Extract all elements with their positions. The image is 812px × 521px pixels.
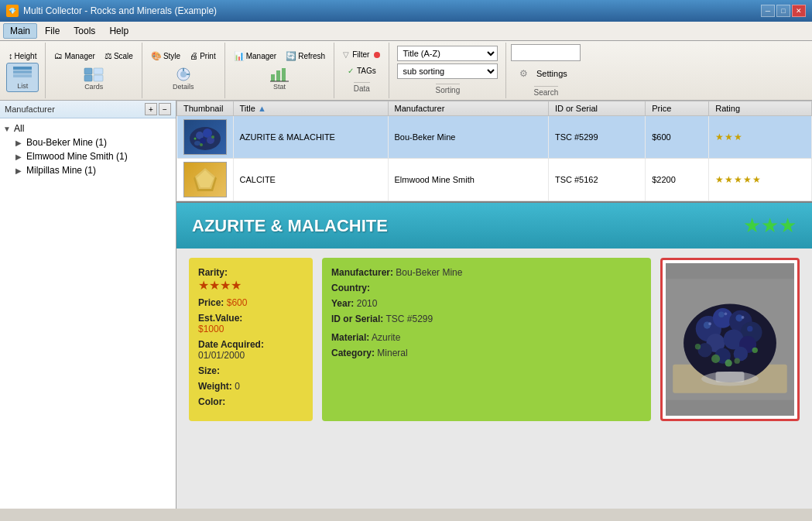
manufacturer-cell-0: Bou-Beker Mine — [388, 116, 548, 159]
svg-point-43 — [747, 326, 752, 331]
svg-point-48 — [752, 348, 758, 353]
table-row[interactable]: AZURITE & MALACHITE Bou-Beker Mine TSC #… — [177, 116, 812, 159]
cards-view-button[interactable]: Cards — [77, 63, 110, 93]
close-button[interactable]: ✕ — [792, 5, 806, 17]
detail-green-card: Manufacturer: Bou-Beker Mine Country: Ye… — [322, 258, 651, 421]
svg-point-18 — [200, 138, 206, 144]
country-field: Country: — [331, 283, 642, 293]
cards-icon — [83, 66, 104, 83]
year-field: Year: 2010 — [331, 298, 642, 309]
tree-toggle-1: ▶ — [15, 153, 26, 161]
rating-cell-0: ★★★ — [709, 116, 812, 159]
svg-point-41 — [718, 312, 724, 317]
filter-button[interactable]: ▽ Filter — [339, 48, 384, 61]
toolbar-details-group: 🎨 Style 🖨 Print Details — [142, 43, 225, 98]
menu-file[interactable]: File — [39, 24, 66, 38]
minimize-button[interactable]: ─ — [761, 5, 775, 17]
sorting-label: Sorting — [436, 84, 461, 94]
size-field: Size: — [198, 365, 303, 376]
main-content: Manufacturer + − ▼ All ▶ Bou-Beker Mine … — [0, 101, 812, 509]
svg-rect-53 — [716, 372, 745, 382]
svg-rect-11 — [271, 74, 275, 81]
svg-point-47 — [695, 344, 701, 349]
detail-rating-stars: ★★★ — [743, 214, 797, 238]
detail-yellow-card: Rarity: ★★★★ Price: $600 Est.Value: $100… — [189, 258, 313, 421]
settings-button[interactable]: Settings — [531, 66, 573, 81]
id-serial-detail-field: ID or Serial: TSC #5299 — [331, 314, 642, 324]
app-title: Multi Collector - Rocks and Minerals (Ex… — [23, 5, 217, 16]
svg-point-8 — [180, 71, 187, 77]
style-button[interactable]: 🎨 Style — [147, 49, 184, 63]
filter-icon: ▽ — [343, 50, 349, 59]
svg-point-20 — [194, 141, 200, 146]
maximize-button[interactable]: □ — [776, 5, 790, 17]
weight-field: Weight: 0 — [198, 381, 303, 392]
tags-check-icon: ✓ — [348, 67, 354, 75]
svg-point-23 — [194, 138, 196, 140]
height-button[interactable]: ↕ Height — [5, 49, 40, 63]
menu-help[interactable]: Help — [103, 24, 135, 38]
details-view-button[interactable]: Details — [167, 63, 200, 93]
toolbar-sorting-group: Title (A-Z) sub sorting Sorting — [389, 43, 506, 98]
tree-item-bou-beker[interactable]: ▶ Bou-Beker Mine (1) — [12, 135, 176, 149]
detail-image-card — [660, 258, 800, 421]
search-input[interactable] — [511, 44, 581, 61]
tree-item-all[interactable]: ▼ All — [0, 122, 176, 135]
tree-label-all: All — [14, 123, 173, 134]
toolbar-data-group: ▽ Filter ✓ TAGs Data — [334, 43, 389, 98]
secondary-sort-select[interactable]: sub sorting — [397, 63, 498, 79]
title-bar: 💎 Multi Collector - Rocks and Minerals (… — [0, 0, 812, 22]
refresh-button[interactable]: 🔄 Refresh — [282, 49, 329, 63]
toolbar-cards-group: 🗂 Manager ⚖ Scale Cards — [46, 43, 142, 98]
data-table: Thumbnail Title ▲ Manufacturer ID or Ser… — [176, 101, 812, 201]
scale-button[interactable]: ⚖ Scale — [101, 49, 137, 63]
svg-point-50 — [725, 312, 728, 315]
sidebar-tree: ▼ All ▶ Bou-Beker Mine (1) ▶ Elmwood Min… — [0, 118, 176, 509]
svg-rect-4 — [84, 75, 92, 81]
thumbnail-cell-0 — [177, 116, 234, 159]
id-serial-cell-1: TSC #5162 — [548, 159, 645, 201]
price-cell-0: $600 — [646, 116, 709, 159]
col-id-serial: ID or Serial — [548, 101, 645, 116]
col-rating: Rating — [709, 101, 812, 116]
table-area: Thumbnail Title ▲ Manufacturer ID or Ser… — [176, 101, 812, 203]
price-cell-1: $2200 — [646, 159, 709, 201]
print-button[interactable]: 🖨 Print — [186, 49, 220, 63]
stat-icon — [269, 66, 290, 83]
rating-cell-1: ★★★★★ — [709, 159, 812, 201]
table-row[interactable]: CALCITE Elmwood Mine Smith TSC #5162 $22… — [177, 159, 812, 201]
settings-gear-icon: ⚙ — [519, 68, 528, 79]
primary-sort-select[interactable]: Title (A-Z) — [397, 46, 498, 61]
detail-header: AZURITE & MALACHITE ★★★ — [176, 203, 812, 249]
category-field: Category: Mineral — [331, 348, 642, 358]
tags-button[interactable]: ✓ TAGs — [344, 64, 380, 77]
svg-rect-12 — [276, 70, 280, 81]
sidebar-add-button[interactable]: + — [145, 103, 157, 115]
tree-label-1: Elmwood Mine Smith (1) — [26, 151, 173, 162]
col-title: Title ▲ — [233, 101, 388, 116]
svg-rect-2 — [13, 74, 32, 77]
sidebar-remove-button[interactable]: − — [159, 103, 171, 115]
tree-item-elmwood[interactable]: ▶ Elmwood Mine Smith (1) — [12, 149, 176, 163]
app-icon: 💎 — [6, 5, 19, 17]
search-label: Search — [534, 86, 559, 97]
menu-main[interactable]: Main — [3, 23, 37, 39]
list-view-button[interactable]: List — [6, 63, 39, 92]
toolbar-list-group: ↕ Height List — [0, 43, 46, 98]
sidebar-title: Manufacturer — [5, 105, 55, 114]
manager-stat-button[interactable]: 📊 Manager — [230, 49, 280, 63]
scale-icon: ⚖ — [104, 51, 112, 61]
svg-point-22 — [211, 135, 214, 139]
menu-tools[interactable]: Tools — [67, 24, 101, 38]
tree-item-milpillas[interactable]: ▶ Milpillas Mine (1) — [12, 163, 176, 177]
manager-cards-icon: 🗂 — [54, 51, 63, 60]
toolbar-search-group: ⚙ Settings Search — [506, 43, 585, 98]
details-icon — [173, 66, 194, 83]
manager-cards-button[interactable]: 🗂 Manager — [50, 49, 98, 63]
right-panel: Thumbnail Title ▲ Manufacturer ID or Ser… — [176, 101, 812, 509]
svg-rect-13 — [282, 68, 286, 81]
svg-point-46 — [735, 358, 740, 363]
col-price: Price — [646, 101, 709, 116]
stat-button[interactable]: Stat — [263, 63, 296, 93]
detail-panel: AZURITE & MALACHITE ★★★ Rarity: ★★★★ Pri… — [176, 203, 812, 509]
